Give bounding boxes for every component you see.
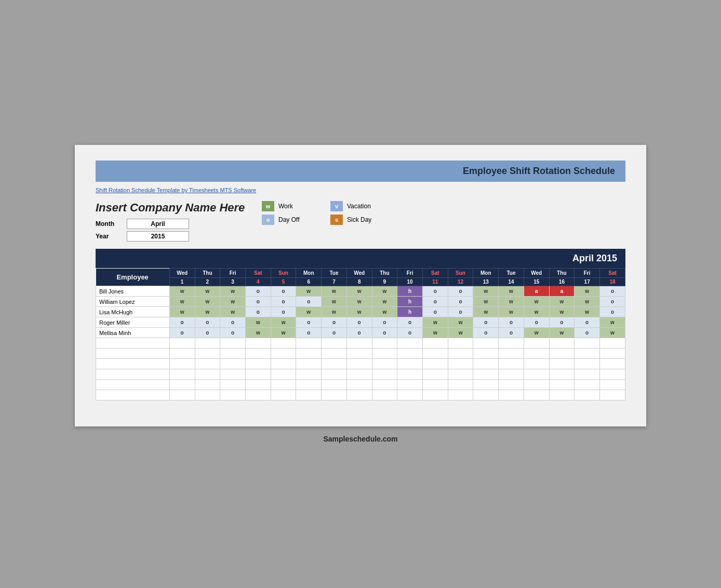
schedule-cell-empty[interactable] [296, 349, 322, 359]
schedule-cell-empty[interactable] [600, 359, 625, 369]
schedule-cell-empty[interactable] [499, 380, 524, 390]
schedule-cell-empty[interactable] [271, 338, 296, 349]
schedule-cell-empty[interactable] [575, 380, 600, 390]
schedule-cell[interactable]: o [296, 317, 322, 328]
schedule-cell-empty[interactable] [397, 369, 423, 380]
schedule-cell-empty[interactable] [575, 359, 600, 369]
schedule-cell[interactable]: w [473, 297, 499, 307]
schedule-cell-empty[interactable] [169, 369, 195, 380]
schedule-cell[interactable]: o [600, 286, 625, 297]
schedule-cell[interactable]: w [473, 286, 499, 297]
schedule-cell[interactable]: w [549, 328, 575, 338]
schedule-cell-empty[interactable] [600, 369, 625, 380]
schedule-cell-empty[interactable] [600, 390, 625, 400]
schedule-cell[interactable]: o [271, 297, 296, 307]
schedule-cell-empty[interactable] [549, 390, 575, 400]
schedule-cell[interactable]: w [245, 317, 271, 328]
schedule-cell[interactable]: w [169, 286, 195, 297]
schedule-cell-empty[interactable] [549, 349, 575, 359]
schedule-cell[interactable]: o [220, 328, 246, 338]
schedule-cell[interactable]: w [524, 328, 549, 338]
schedule-cell[interactable]: o [322, 317, 347, 328]
schedule-cell[interactable]: w [372, 297, 397, 307]
schedule-cell-empty[interactable] [322, 338, 347, 349]
schedule-cell[interactable]: h [397, 307, 423, 317]
schedule-cell[interactable]: w [499, 286, 524, 297]
schedule-cell-empty[interactable] [473, 369, 499, 380]
schedule-cell[interactable]: o [169, 328, 195, 338]
schedule-cell-empty[interactable] [372, 369, 397, 380]
schedule-cell-empty[interactable] [499, 338, 524, 349]
schedule-cell-empty[interactable] [600, 349, 625, 359]
schedule-cell[interactable]: w [499, 307, 524, 317]
schedule-cell-empty[interactable] [397, 338, 423, 349]
schedule-cell[interactable]: o [195, 328, 220, 338]
schedule-cell[interactable]: w [195, 286, 220, 297]
schedule-cell-empty[interactable] [346, 338, 372, 349]
schedule-cell-empty[interactable] [448, 380, 473, 390]
schedule-cell[interactable]: w [473, 307, 499, 317]
schedule-cell[interactable]: w [524, 307, 549, 317]
schedule-cell-empty[interactable] [245, 390, 271, 400]
schedule-cell[interactable]: o [575, 317, 600, 328]
schedule-cell-empty[interactable] [372, 380, 397, 390]
schedule-cell-empty[interactable] [524, 338, 549, 349]
schedule-cell[interactable]: o [473, 328, 499, 338]
schedule-cell[interactable]: h [397, 286, 423, 297]
schedule-cell[interactable]: o [499, 328, 524, 338]
schedule-cell-empty[interactable] [322, 390, 347, 400]
schedule-cell[interactable]: w [575, 286, 600, 297]
schedule-cell[interactable]: w [372, 286, 397, 297]
schedule-cell[interactable]: o [245, 307, 271, 317]
schedule-cell-empty[interactable] [473, 359, 499, 369]
schedule-cell-empty[interactable] [322, 349, 347, 359]
schedule-cell-empty[interactable] [422, 369, 448, 380]
schedule-cell[interactable]: o [397, 317, 423, 328]
schedule-cell-empty[interactable] [524, 380, 549, 390]
schedule-cell-empty[interactable] [549, 338, 575, 349]
schedule-cell[interactable]: a [524, 286, 549, 297]
schedule-cell-empty[interactable] [524, 390, 549, 400]
schedule-cell[interactable]: o [499, 317, 524, 328]
schedule-cell-empty[interactable] [549, 359, 575, 369]
schedule-cell-empty[interactable] [549, 369, 575, 380]
schedule-cell[interactable]: o [271, 286, 296, 297]
schedule-cell-empty[interactable] [271, 349, 296, 359]
schedule-cell-empty[interactable] [422, 349, 448, 359]
schedule-cell[interactable]: w [271, 317, 296, 328]
schedule-cell-empty[interactable] [524, 359, 549, 369]
schedule-cell-empty[interactable] [220, 390, 246, 400]
schedule-cell[interactable]: w [220, 286, 246, 297]
schedule-cell-empty[interactable] [397, 390, 423, 400]
schedule-cell-empty[interactable] [499, 349, 524, 359]
schedule-cell[interactable]: o [448, 286, 473, 297]
schedule-cell-empty[interactable] [600, 338, 625, 349]
schedule-cell-empty[interactable] [372, 349, 397, 359]
schedule-cell-empty[interactable] [346, 390, 372, 400]
schedule-cell-empty[interactable] [322, 369, 347, 380]
schedule-cell-empty[interactable] [296, 369, 322, 380]
schedule-cell-empty[interactable] [422, 390, 448, 400]
schedule-cell[interactable]: w [499, 297, 524, 307]
schedule-cell[interactable]: o [372, 328, 397, 338]
schedule-cell[interactable]: w [575, 297, 600, 307]
schedule-cell-empty[interactable] [245, 369, 271, 380]
schedule-cell[interactable]: w [448, 328, 473, 338]
schedule-cell[interactable]: w [372, 307, 397, 317]
schedule-cell-empty[interactable] [372, 359, 397, 369]
schedule-cell-empty[interactable] [195, 369, 220, 380]
schedule-cell-empty[interactable] [195, 390, 220, 400]
schedule-cell[interactable]: w [322, 297, 347, 307]
schedule-cell[interactable]: w [322, 307, 347, 317]
schedule-cell[interactable]: o [245, 286, 271, 297]
schedule-cell-empty[interactable] [499, 369, 524, 380]
schedule-cell[interactable]: w [220, 307, 246, 317]
schedule-cell-empty[interactable] [346, 380, 372, 390]
schedule-cell[interactable]: o [271, 307, 296, 317]
schedule-cell-empty[interactable] [600, 380, 625, 390]
schedule-cell[interactable]: o [195, 317, 220, 328]
schedule-cell-empty[interactable] [169, 359, 195, 369]
schedule-cell[interactable]: o [296, 297, 322, 307]
schedule-cell[interactable]: o [245, 297, 271, 307]
schedule-cell-empty[interactable] [245, 349, 271, 359]
